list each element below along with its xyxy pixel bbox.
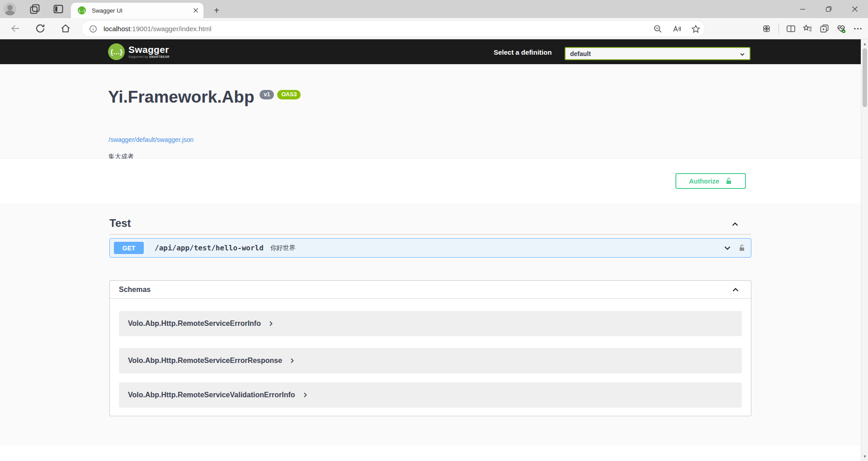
browser-essentials-icon[interactable] (836, 24, 846, 33)
avatar-body (5, 10, 15, 15)
zoom-out-icon[interactable] (653, 24, 662, 33)
avatar-head (7, 5, 13, 10)
swagger-logo-subtext: Supported by SMARTBEAR (128, 55, 170, 58)
page-scrollbar[interactable]: ▲ ▼ (861, 39, 868, 461)
opblock-get-hello-world[interactable]: GET /api/app/test/hello-world 你好世界 (109, 238, 751, 258)
swagger-logo-text: Swagger (128, 45, 170, 54)
model-expand-chevron-right-icon (288, 357, 296, 364)
spec-json-link[interactable]: /swagger/default/swagger.json (108, 136, 193, 143)
scheme-container: Authorize (0, 159, 861, 203)
back-icon[interactable] (10, 24, 20, 33)
model-row-remote-service-error-info[interactable]: Volo.Abp.Http.RemoteServiceErrorInfo (119, 311, 742, 336)
new-tab-button[interactable]: + (211, 5, 222, 16)
model-expand-chevron-right-icon (267, 320, 274, 327)
workspaces-icon[interactable] (29, 4, 40, 14)
schemas-section: Schemas Volo.Abp.Http.RemoteServiceError… (109, 280, 751, 416)
schemas-header[interactable]: Schemas (110, 281, 751, 299)
toolbar-right-actions (762, 24, 863, 33)
authorize-label: Authorize (689, 178, 719, 185)
addressbar-actions (653, 21, 700, 37)
model-expand-chevron-right-icon (302, 391, 309, 399)
favorite-star-icon[interactable] (691, 24, 700, 33)
swagger-logo: {…} Swagger Supported by SMARTBEAR (108, 43, 170, 60)
swagger-page: {…} Swagger Supported by SMARTBEAR Selec… (0, 39, 861, 461)
schemas-title: Schemas (119, 286, 151, 294)
select-chevron-down-icon (739, 51, 745, 57)
version-badge: v1 (259, 90, 274, 99)
swagger-topbar: {…} Swagger Supported by SMARTBEAR Selec… (0, 39, 861, 64)
api-title: Yi.Framework.Abpv1OAS3 (108, 88, 301, 107)
model-name: Volo.Abp.Http.RemoteServiceErrorResponse (128, 357, 282, 365)
unlocked-padlock-icon (725, 177, 732, 185)
http-method-badge: GET (114, 242, 144, 254)
oas3-badge: OAS3 (277, 90, 301, 99)
tab-close-icon[interactable] (192, 6, 200, 14)
authorize-button[interactable]: Authorize (675, 173, 746, 189)
extensions-icon[interactable] (762, 24, 771, 33)
definition-select[interactable]: default (565, 47, 750, 60)
home-icon[interactable] (61, 24, 71, 33)
tag-title: Test (109, 217, 131, 229)
split-screen-icon[interactable] (786, 24, 796, 33)
operation-path: /api/app/test/hello-world (155, 244, 264, 252)
address-bar[interactable]: localhost:19001/swagger/index.html (81, 20, 705, 37)
swagger-favicon-icon: {…} (78, 6, 86, 14)
url-host: localhost (104, 25, 130, 33)
collections-icon[interactable] (820, 24, 829, 33)
url-path: :19001/swagger/index.html (130, 25, 211, 33)
model-name: Volo.Abp.Http.RemoteServiceErrorInfo (128, 320, 261, 328)
window-minimize-button[interactable] (789, 0, 816, 18)
collapse-chevron-up-icon[interactable] (731, 220, 740, 229)
swagger-logo-icon: {…} (108, 43, 125, 60)
read-aloud-icon[interactable] (672, 24, 681, 33)
schemas-collapse-chevron-up-icon[interactable] (731, 285, 740, 294)
tag-section-test[interactable]: Test (109, 217, 751, 235)
site-info-icon[interactable] (89, 25, 97, 33)
operation-lock-icon[interactable] (738, 244, 745, 252)
browser-tab-swagger-ui[interactable]: {…} Swagger UI (71, 3, 203, 18)
expand-chevron-down-icon[interactable] (723, 244, 732, 253)
toolbar-divider (778, 24, 779, 33)
window-controls (789, 0, 868, 18)
model-row-remote-service-error-response[interactable]: Volo.Abp.Http.RemoteServiceErrorResponse (119, 348, 742, 373)
api-info-section: Yi.Framework.Abpv1OAS3 /swagger/default/… (0, 64, 861, 159)
scroll-up-arrow-icon[interactable]: ▲ (861, 40, 868, 47)
favorites-bar-icon[interactable] (803, 24, 812, 33)
scroll-down-arrow-icon[interactable]: ▼ (861, 453, 868, 460)
window-close-button[interactable] (842, 0, 868, 18)
settings-more-icon[interactable] (853, 24, 863, 33)
model-name: Volo.Abp.Http.RemoteServiceValidationErr… (128, 391, 295, 399)
tab-actions-icon[interactable] (53, 4, 64, 14)
profile-avatar[interactable] (4, 3, 16, 15)
refresh-icon[interactable] (35, 24, 45, 33)
operation-summary: 你好世界 (270, 244, 296, 252)
browser-toolbar: localhost:19001/swagger/index.html (0, 18, 868, 39)
definition-select-value: default (570, 50, 591, 57)
tab-title: Swagger UI (92, 7, 123, 14)
browser-viewport: {…} Swagger Supported by SMARTBEAR Selec… (0, 39, 868, 461)
window-restore-button[interactable] (816, 0, 842, 18)
url-text[interactable]: localhost:19001/swagger/index.html (104, 25, 211, 33)
definition-select-label: Select a definition (494, 48, 552, 56)
scrollbar-thumb[interactable] (863, 48, 867, 107)
browser-titlebar: {…} Swagger UI + (0, 0, 868, 18)
model-row-remote-service-validation-error-info[interactable]: Volo.Abp.Http.RemoteServiceValidationErr… (119, 382, 742, 408)
